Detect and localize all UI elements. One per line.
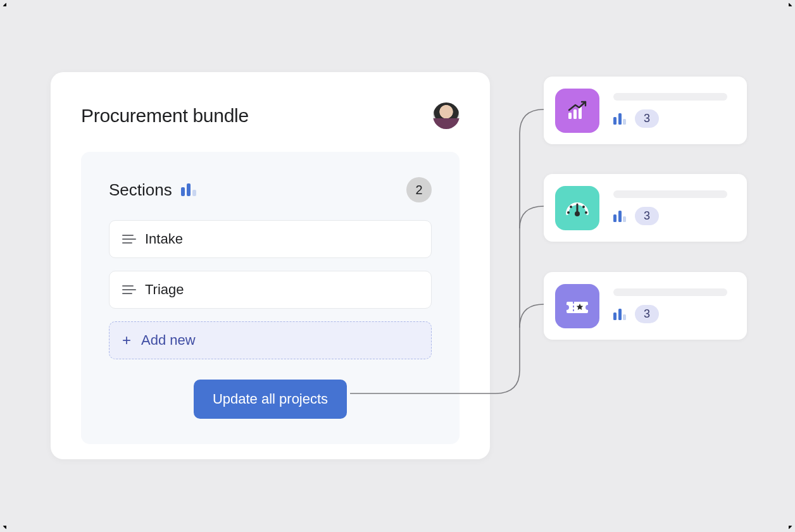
ticket-icon: [555, 284, 599, 328]
update-all-button[interactable]: Update all projects: [194, 380, 347, 419]
project-title-skeleton: [613, 288, 727, 296]
svg-point-5: [582, 206, 585, 208]
project-meta: 3: [613, 305, 734, 323]
add-section-label: Add new: [141, 332, 196, 349]
bars-icon: [613, 309, 626, 320]
svg-point-4: [570, 206, 572, 208]
project-card[interactable]: 3: [544, 77, 747, 144]
bars-icon: [181, 183, 196, 196]
svg-rect-0: [568, 113, 572, 119]
section-label: Triage: [145, 281, 184, 298]
sections-heading-group: Sections: [109, 180, 196, 200]
gauge-icon: [555, 186, 599, 230]
project-meta: 3: [613, 109, 734, 128]
sections-header: Sections 2: [109, 177, 432, 202]
project-count-pill: 3: [635, 109, 659, 128]
panel-header: Procurement bundle: [81, 102, 460, 129]
project-count-pill: 3: [635, 305, 659, 323]
project-meta: 3: [613, 207, 734, 225]
panel-title: Procurement bundle: [81, 105, 249, 127]
project-body: 3: [613, 93, 734, 128]
project-body: 3: [613, 190, 734, 225]
bundle-panel: Procurement bundle Sections 2 Intake Tri…: [51, 72, 490, 459]
growth-chart-icon: [555, 89, 599, 133]
project-card[interactable]: 3: [544, 174, 747, 242]
svg-point-6: [585, 211, 587, 214]
bars-icon: [613, 211, 626, 222]
plus-icon: +: [122, 333, 131, 348]
list-icon: [122, 235, 135, 244]
add-section-button[interactable]: + Add new: [109, 321, 432, 359]
project-title-skeleton: [613, 93, 727, 101]
section-row[interactable]: Triage: [109, 271, 432, 309]
svg-point-3: [567, 211, 570, 214]
project-card[interactable]: 3: [544, 272, 747, 340]
sections-card: Sections 2 Intake Triage + Add new Updat…: [81, 152, 460, 444]
project-title-skeleton: [613, 190, 727, 198]
section-row[interactable]: Intake: [109, 220, 432, 258]
list-icon: [122, 285, 135, 294]
bars-icon: [613, 113, 626, 125]
sections-heading: Sections: [109, 180, 172, 200]
svg-rect-1: [573, 109, 577, 119]
sections-count-badge: 2: [406, 177, 432, 202]
project-body: 3: [613, 288, 734, 323]
section-label: Intake: [145, 231, 183, 247]
project-count-pill: 3: [635, 207, 659, 225]
avatar[interactable]: [433, 102, 460, 129]
